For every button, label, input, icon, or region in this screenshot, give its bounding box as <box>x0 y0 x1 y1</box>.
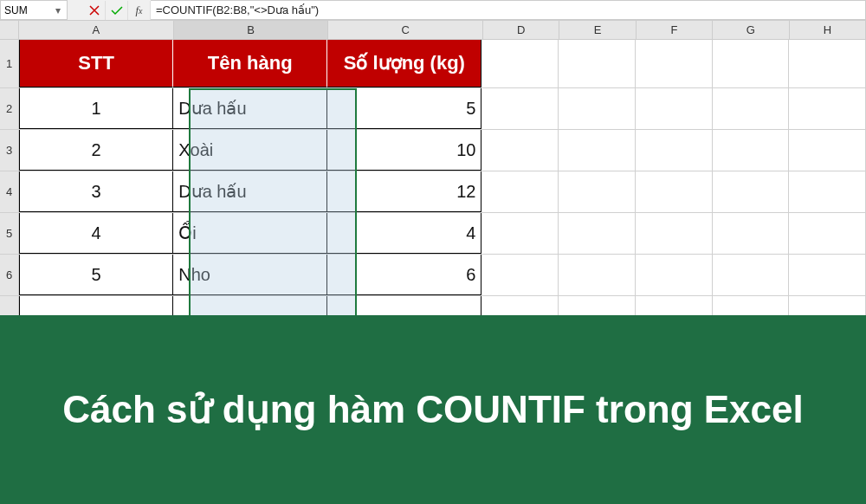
cell-B4[interactable]: Dưa hấu <box>173 171 327 212</box>
cell-D2[interactable] <box>481 88 559 129</box>
cell-B2[interactable]: Dưa hấu <box>173 88 327 129</box>
x-icon <box>89 5 100 16</box>
row-header-5[interactable]: 5 <box>0 213 19 254</box>
cell-E6[interactable] <box>559 255 636 295</box>
cell-G6[interactable] <box>713 255 790 295</box>
col-header-E[interactable]: E <box>559 21 636 39</box>
cell-H3[interactable] <box>789 130 866 171</box>
check-icon <box>111 5 123 16</box>
table-header-row: 1 STT Tên hàng Số lượng (kg) <box>0 40 866 88</box>
cell-E3[interactable] <box>559 130 636 171</box>
cell-F3[interactable] <box>636 130 713 171</box>
cell-F6[interactable] <box>636 255 713 295</box>
cell-E1[interactable] <box>559 40 636 87</box>
row-header-2[interactable]: 2 <box>0 88 19 129</box>
cell-F2[interactable] <box>636 88 713 129</box>
cell-D3[interactable] <box>481 130 559 171</box>
name-box-dropdown-icon[interactable]: ▾ <box>51 3 65 18</box>
cell-A6[interactable]: 5 <box>19 255 173 295</box>
formula-bar: SUM ▾ fx =COUNTIF(B2:B8,"<>Dưa hấu") <box>0 0 866 21</box>
cell-G2[interactable] <box>713 88 790 129</box>
cell-D1[interactable] <box>481 40 559 87</box>
fx-icon: fx <box>135 3 142 17</box>
cell-G3[interactable] <box>713 130 790 171</box>
name-box[interactable]: SUM ▾ <box>0 0 68 20</box>
col-header-H[interactable]: H <box>790 21 866 39</box>
cell-C6[interactable]: 6 <box>327 255 481 295</box>
title-banner: Cách sử dụng hàm COUNTIF trong Excel <box>0 315 866 504</box>
cell-C4[interactable]: 12 <box>327 171 481 212</box>
cell-G5[interactable] <box>713 213 790 254</box>
cell-C3[interactable]: 10 <box>327 130 481 171</box>
formula-text: =COUNTIF(B2:B8,"<>Dưa hấu") <box>156 3 319 16</box>
header-cell-soluong[interactable]: Số lượng (kg) <box>327 40 481 87</box>
formula-input[interactable]: =COUNTIF(B2:B8,"<>Dưa hấu") <box>151 0 866 20</box>
header-cell-stt[interactable]: STT <box>19 40 173 87</box>
cell-A5[interactable]: 4 <box>19 213 173 254</box>
table-row: 4 3 Dưa hấu 12 <box>0 171 866 213</box>
header-cell-tenhang[interactable]: Tên hàng <box>173 40 327 87</box>
cell-H5[interactable] <box>789 213 866 254</box>
cell-H6[interactable] <box>789 255 866 295</box>
col-header-C[interactable]: C <box>328 21 483 39</box>
cell-D5[interactable] <box>481 213 559 254</box>
select-all-corner[interactable] <box>0 21 19 39</box>
cell-G4[interactable] <box>713 171 790 212</box>
cell-E5[interactable] <box>559 213 636 254</box>
formula-bar-buttons: fx <box>83 0 151 20</box>
row-header-4[interactable]: 4 <box>0 171 19 212</box>
cell-D6[interactable] <box>481 255 559 295</box>
cell-F5[interactable] <box>636 213 713 254</box>
cell-B5[interactable]: Ổi <box>173 213 327 254</box>
table-row: 5 4 Ổi 4 <box>0 213 866 255</box>
col-header-D[interactable]: D <box>483 21 559 39</box>
cell-B3[interactable]: Xoài <box>173 130 327 171</box>
cell-C5[interactable]: 4 <box>327 213 481 254</box>
table-row: 6 5 Nho 6 <box>0 255 866 296</box>
row-header-6[interactable]: 6 <box>0 255 19 295</box>
cell-G1[interactable] <box>713 40 790 87</box>
cell-H2[interactable] <box>789 88 866 129</box>
cell-A4[interactable]: 3 <box>19 171 173 212</box>
enter-button[interactable] <box>106 1 128 20</box>
cell-B6[interactable]: Nho <box>173 255 327 295</box>
cell-F1[interactable] <box>636 40 713 87</box>
formula-bar-spacer <box>68 0 83 20</box>
col-header-A[interactable]: A <box>19 21 174 39</box>
table-row: 2 1 Dưa hấu 5 <box>0 88 866 130</box>
insert-function-button[interactable]: fx <box>128 1 151 20</box>
cell-D4[interactable] <box>481 171 559 212</box>
row-header-3[interactable]: 3 <box>0 130 19 171</box>
name-box-value: SUM <box>4 4 28 16</box>
spreadsheet-grid: A B C D E F G H 1 STT Tên hàng Số lượng … <box>0 21 866 504</box>
cell-H4[interactable] <box>789 171 866 212</box>
cell-A3[interactable]: 2 <box>19 130 173 171</box>
col-header-B[interactable]: B <box>174 21 329 39</box>
table-row: 3 2 Xoài 10 <box>0 130 866 171</box>
row-header-1[interactable]: 1 <box>0 40 19 87</box>
col-header-F[interactable]: F <box>637 21 713 39</box>
cell-H1[interactable] <box>789 40 866 87</box>
col-header-G[interactable]: G <box>713 21 789 39</box>
cell-E4[interactable] <box>559 171 636 212</box>
cancel-button[interactable] <box>83 1 106 20</box>
column-headers: A B C D E F G H <box>0 21 866 40</box>
cell-A2[interactable]: 1 <box>19 88 173 129</box>
cell-F4[interactable] <box>636 171 713 212</box>
cell-C2[interactable]: 5 <box>327 88 481 129</box>
cell-E2[interactable] <box>559 88 636 129</box>
banner-text: Cách sử dụng hàm COUNTIF trong Excel <box>62 387 803 433</box>
